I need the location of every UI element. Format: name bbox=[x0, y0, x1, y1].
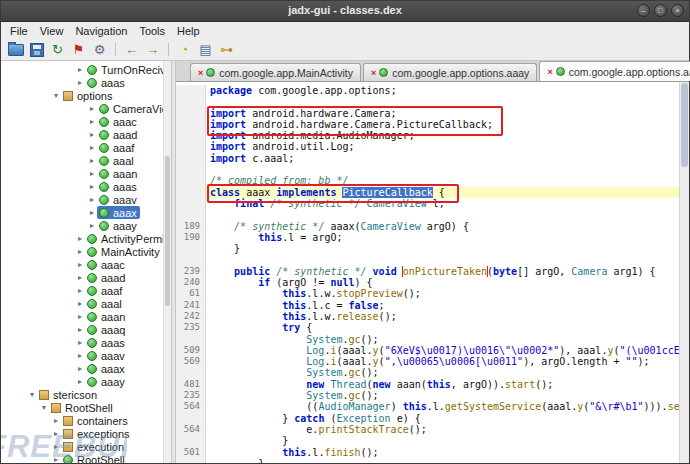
tree-item-aaas[interactable]: ▸aaas bbox=[1, 76, 171, 89]
chevron-right-icon[interactable]: ▸ bbox=[87, 221, 97, 230]
tree-item-options[interactable]: ▾options bbox=[1, 89, 171, 102]
editor-vertical-scrollbar[interactable] bbox=[679, 82, 689, 463]
tree-item-aaaf[interactable]: ▸aaaf bbox=[1, 141, 171, 154]
code-editor[interactable]: package com.google.app.options;import an… bbox=[176, 82, 689, 463]
tree-item-CameraView[interactable]: ▸CameraView bbox=[1, 102, 171, 115]
preferences-button[interactable]: ⚙ bbox=[89, 41, 110, 59]
tree-item-aaan[interactable]: ▸aaan bbox=[1, 310, 171, 323]
menu-item-tools[interactable]: Tools bbox=[133, 24, 171, 38]
chevron-right-icon[interactable]: ▸ bbox=[87, 130, 97, 139]
code-token: } bbox=[210, 243, 240, 254]
chevron-right-icon[interactable]: ▸ bbox=[51, 442, 61, 451]
menu-item-navigation[interactable]: Navigation bbox=[69, 24, 133, 38]
chevron-right-icon[interactable]: ▸ bbox=[75, 312, 85, 321]
menu-item-file[interactable]: File bbox=[4, 24, 34, 38]
maximize-button[interactable]: □ bbox=[654, 4, 667, 17]
tree-item-aaal[interactable]: ▸aaal bbox=[1, 154, 171, 167]
chevron-right-icon[interactable]: ▸ bbox=[87, 143, 97, 152]
tree-item-aaan[interactable]: ▸aaan bbox=[1, 167, 171, 180]
package-icon bbox=[63, 416, 73, 426]
close-button[interactable]: × bbox=[671, 4, 684, 17]
chevron-right-icon[interactable]: ▸ bbox=[75, 299, 85, 308]
tree-item-ActivityPermi[interactable]: ▸ActivityPermi bbox=[1, 232, 171, 245]
chevron-right-icon[interactable]: ▸ bbox=[87, 156, 97, 165]
open-file-button[interactable] bbox=[5, 41, 26, 59]
back-button[interactable]: ← bbox=[121, 41, 142, 59]
code-token: (); bbox=[361, 390, 379, 401]
tree-item-aaay[interactable]: ▸aaay bbox=[1, 375, 171, 388]
chevron-right-icon[interactable]: ▸ bbox=[75, 78, 85, 87]
tree-item-execution[interactable]: ▸execution bbox=[1, 440, 171, 453]
tree-item-label: RootShell bbox=[65, 402, 113, 414]
tree-item-aaaq[interactable]: ▸aaaq bbox=[1, 323, 171, 336]
tab-MainActivity[interactable]: ×com.google.app.MainActivity bbox=[190, 63, 361, 81]
chevron-right-icon[interactable]: ▸ bbox=[75, 351, 85, 360]
tree-item-exceptions[interactable]: ▸exceptions bbox=[1, 427, 171, 440]
deobfuscation-button[interactable]: ⊶ bbox=[216, 41, 237, 59]
chevron-right-icon[interactable]: ▸ bbox=[75, 247, 85, 256]
save-all-button[interactable] bbox=[26, 41, 47, 59]
chevron-right-icon[interactable]: ▸ bbox=[87, 208, 97, 217]
chevron-right-icon[interactable]: ▸ bbox=[75, 286, 85, 295]
package-tree[interactable]: ▸TurnOnReciver▸aaas▾options▸CameraView▸a… bbox=[1, 61, 171, 463]
close-icon[interactable]: × bbox=[547, 67, 552, 77]
tree-item-aaax[interactable]: ▸aaax bbox=[1, 362, 171, 375]
tree-item-aaac[interactable]: ▸aaac bbox=[1, 258, 171, 271]
chevron-right-icon[interactable]: ▸ bbox=[75, 234, 85, 243]
tree-item-aaac[interactable]: ▸aaac bbox=[1, 115, 171, 128]
chevron-right-icon[interactable]: ▸ bbox=[87, 169, 97, 178]
sync-button[interactable]: ◔ bbox=[174, 41, 195, 59]
chevron-right-icon[interactable]: ▸ bbox=[75, 65, 85, 74]
chevron-right-icon[interactable]: ▸ bbox=[87, 195, 97, 204]
minimize-button[interactable]: – bbox=[637, 4, 650, 17]
tab-aaay[interactable]: ×com.google.app.options.aaay bbox=[363, 63, 537, 81]
tree-item-aaal[interactable]: ▸aaal bbox=[1, 297, 171, 310]
text-search-button[interactable]: ▤ bbox=[195, 41, 216, 59]
chevron-right-icon[interactable]: ▸ bbox=[75, 377, 85, 386]
reload-button[interactable]: ↻ bbox=[47, 41, 68, 59]
chevron-right-icon[interactable]: ▸ bbox=[51, 455, 61, 463]
close-icon[interactable]: × bbox=[371, 68, 376, 78]
tree-item-aaav[interactable]: ▸aaav bbox=[1, 193, 171, 206]
code-token: /* synthetic */ bbox=[276, 266, 366, 277]
tree-vertical-scrollbar[interactable] bbox=[163, 61, 171, 463]
menu-item-view[interactable]: View bbox=[34, 24, 70, 38]
tree-item-aaad[interactable]: ▸aaad bbox=[1, 128, 171, 141]
chevron-right-icon[interactable]: ▸ bbox=[75, 273, 85, 282]
menu-item-help[interactable]: Help bbox=[171, 24, 206, 38]
tree-item-TurnOnReciver[interactable]: ▸TurnOnReciver bbox=[1, 63, 171, 76]
chevron-right-icon[interactable]: ▸ bbox=[75, 364, 85, 373]
tree-item-aaax[interactable]: ▸aaax bbox=[1, 206, 171, 219]
tree-item-RootShell[interactable]: ▸RootShell bbox=[1, 453, 171, 463]
tree-item-containers[interactable]: ▸containers bbox=[1, 414, 171, 427]
forward-button[interactable]: → bbox=[142, 41, 163, 59]
line-number bbox=[176, 164, 206, 175]
code-token: this bbox=[427, 379, 451, 390]
tree-item-stericson[interactable]: ▾stericson bbox=[1, 388, 171, 401]
chevron-right-icon[interactable]: ▸ bbox=[87, 182, 97, 191]
tree-item-aaad[interactable]: ▸aaad bbox=[1, 271, 171, 284]
close-icon[interactable]: × bbox=[198, 68, 203, 78]
tree-item-aaas[interactable]: ▸aaas bbox=[1, 336, 171, 349]
tree-item-MainActivity[interactable]: ▸MainActivity bbox=[1, 245, 171, 258]
tree-item-RootShell[interactable]: ▾RootShell bbox=[1, 401, 171, 414]
chevron-right-icon[interactable]: ▸ bbox=[87, 117, 97, 126]
title-bar[interactable]: jadx-gui - classes.dex –□× bbox=[1, 1, 689, 22]
chevron-right-icon[interactable]: ▸ bbox=[51, 429, 61, 438]
chevron-down-icon[interactable]: ▾ bbox=[39, 403, 49, 412]
chevron-right-icon[interactable]: ▸ bbox=[51, 416, 61, 425]
tree-item-aaas[interactable]: ▸aaas bbox=[1, 180, 171, 193]
tree-item-aaav[interactable]: ▸aaav bbox=[1, 349, 171, 362]
editor-scrollbar-thumb[interactable] bbox=[681, 83, 688, 167]
chevron-right-icon[interactable]: ▸ bbox=[75, 325, 85, 334]
chevron-right-icon[interactable]: ▸ bbox=[75, 338, 85, 347]
tree-item-aaay[interactable]: ▸aaay bbox=[1, 219, 171, 232]
chevron-down-icon[interactable]: ▾ bbox=[27, 390, 37, 399]
tree-item-aaaf[interactable]: ▸aaaf bbox=[1, 284, 171, 297]
chevron-right-icon[interactable]: ▸ bbox=[87, 104, 97, 113]
chevron-right-icon[interactable]: ▸ bbox=[75, 260, 85, 269]
tree-scrollbar-thumb[interactable] bbox=[165, 156, 170, 306]
flag-button[interactable]: ⚑ bbox=[68, 41, 89, 59]
tab-aaax[interactable]: ×com.google.app.options.aaax bbox=[539, 61, 690, 81]
chevron-down-icon[interactable]: ▾ bbox=[51, 91, 61, 100]
